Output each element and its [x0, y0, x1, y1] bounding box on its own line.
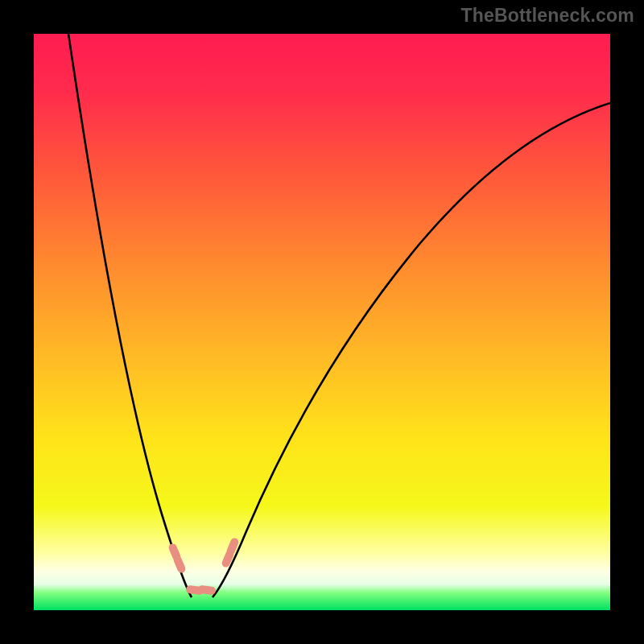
- curve-svg: [34, 34, 610, 610]
- plot-area: [34, 34, 610, 610]
- watermark-text: TheBottleneck.com: [460, 5, 634, 27]
- chart-frame: TheBottleneck.com: [0, 0, 644, 644]
- curve-left-arm: [68, 34, 192, 597]
- curve-right-arm: [213, 103, 610, 597]
